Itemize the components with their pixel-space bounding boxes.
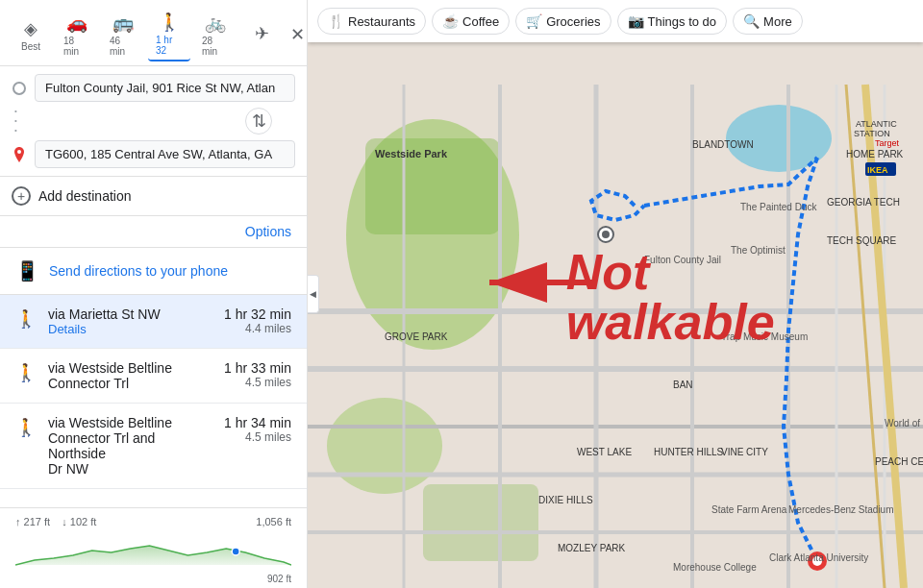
- svg-text:Fulton County Jail: Fulton County Jail: [644, 255, 721, 265]
- best-label: Best: [21, 41, 40, 52]
- filter-things[interactable]: 📷 Things to do: [617, 8, 728, 35]
- left-panel: ◈ Best 🚗 18 min 🚌 46 min 🚶 1 hr 32 🚲 28 …: [0, 0, 308, 588]
- transport-tab-car[interactable]: 🚗 18 min: [56, 9, 98, 61]
- transit-icon: 🚌: [112, 12, 134, 34]
- route-details-link-1[interactable]: Details: [48, 322, 212, 336]
- add-dest-icon: +: [12, 186, 31, 206]
- filter-restaurants[interactable]: 🍴 Restaurants: [317, 8, 426, 35]
- svg-point-2: [232, 548, 239, 555]
- route-distance-3: 4.5 miles: [224, 430, 291, 444]
- transit-time: 46 min: [110, 36, 137, 57]
- filter-coffee[interactable]: ☕ Coffee: [432, 8, 510, 35]
- more-search-icon: 🔍: [743, 13, 760, 29]
- restaurants-label: Restaurants: [348, 14, 415, 29]
- route-item-2[interactable]: 🚶 via Westside BeltlineConnector Trl 1 h…: [0, 349, 307, 404]
- route-item-1[interactable]: 🚶 via Marietta St NW Details 1 hr 32 min…: [0, 295, 307, 349]
- elevation-min: 902 ft: [15, 574, 291, 584]
- walk-time: 1 hr 32: [156, 35, 183, 56]
- svg-text:VINE CITY: VINE CITY: [721, 447, 768, 457]
- route-distance-1: 4.4 miles: [224, 322, 291, 335]
- best-icon: ◈: [24, 18, 37, 39]
- svg-text:HUNTER HILLS: HUNTER HILLS: [654, 447, 724, 457]
- origin-row: [12, 74, 295, 102]
- svg-text:The Painted Duck: The Painted Duck: [740, 202, 817, 212]
- send-phone-icon: 📱: [15, 259, 39, 282]
- route-meta-2: 1 hr 33 min 4.5 miles: [224, 360, 291, 389]
- things-icon: 📷: [628, 13, 644, 29]
- route-name-3: via Westside BeltlineConnector Trl and N…: [48, 415, 212, 477]
- plane-icon: ✈: [255, 23, 269, 44]
- car-icon: 🚗: [66, 12, 87, 34]
- swap-button[interactable]: ⇅: [245, 108, 272, 135]
- svg-point-6: [327, 398, 442, 494]
- transport-tab-bike[interactable]: 🚲 28 min: [194, 9, 237, 61]
- svg-text:Morehouse College: Morehouse College: [673, 562, 757, 573]
- restaurants-icon: 🍴: [328, 13, 344, 29]
- transport-tab-plane[interactable]: ✈: [240, 19, 283, 50]
- svg-text:HOME PARK: HOME PARK: [846, 149, 904, 159]
- add-destination[interactable]: + Add destination: [0, 177, 307, 216]
- send-phone-label: Send directions to your phone: [49, 263, 228, 279]
- transport-tab-walk[interactable]: 🚶 1 hr 32: [148, 8, 190, 61]
- map-area: 🍴 Restaurants ☕ Coffee 🛒 Groceries 📷 Thi…: [308, 0, 923, 588]
- walk-route-icon-3: 🚶: [15, 417, 37, 438]
- svg-point-24: [602, 231, 610, 238]
- route-inputs: ••• ⇅: [0, 66, 307, 177]
- destination-row: [12, 140, 295, 168]
- destination-input[interactable]: [35, 140, 295, 168]
- svg-text:TECH SQUARE: TECH SQUARE: [827, 235, 897, 246]
- transport-tab-transit[interactable]: 🚌 46 min: [102, 9, 144, 61]
- svg-text:WEST LAKE: WEST LAKE: [577, 447, 632, 457]
- close-button[interactable]: ✕: [287, 20, 309, 49]
- svg-text:Clark Atlanta University: Clark Atlanta University: [769, 552, 868, 563]
- svg-text:PEACH CENT...: PEACH CENT...: [875, 456, 923, 467]
- elevation-max: 1,056 ft: [256, 516, 291, 527]
- filter-groceries[interactable]: 🛒 Groceries: [515, 8, 611, 35]
- collapse-arrow-icon: ◀: [310, 289, 316, 299]
- route-distance-2: 4.5 miles: [224, 376, 291, 389]
- route-info-2: via Westside BeltlineConnector Trl: [48, 360, 212, 391]
- svg-text:MOZLEY PARK: MOZLEY PARK: [558, 543, 626, 553]
- walk-route-icon-2: 🚶: [15, 362, 37, 383]
- origin-dot-icon: [12, 81, 27, 96]
- walk-route-icon-1: 🚶: [15, 308, 37, 330]
- svg-text:STATION: STATION: [854, 129, 890, 138]
- route-duration-1: 1 hr 32 min: [224, 306, 291, 322]
- transport-tab-best[interactable]: ◈ Best: [10, 14, 52, 56]
- origin-input[interactable]: [35, 74, 295, 102]
- svg-text:DIXIE HILLS: DIXIE HILLS: [538, 495, 593, 505]
- car-time: 18 min: [63, 36, 90, 57]
- send-to-phone[interactable]: 📱 Send directions to your phone: [0, 248, 307, 295]
- things-label: Things to do: [648, 14, 717, 29]
- route-name-1: via Marietta St NW: [48, 306, 212, 322]
- destination-pin-icon: [12, 147, 27, 162]
- svg-text:GROVE PARK: GROVE PARK: [385, 331, 448, 342]
- svg-text:BAN: BAN: [673, 380, 693, 390]
- route-duration-3: 1 hr 34 min: [224, 415, 291, 430]
- walk-icon: 🚶: [159, 12, 180, 33]
- route-item-3[interactable]: 🚶 via Westside BeltlineConnector Trl and…: [0, 404, 307, 489]
- map-top-bar: 🍴 Restaurants ☕ Coffee 🛒 Groceries 📷 Thi…: [308, 0, 923, 42]
- svg-text:Trap Music Museum: Trap Music Museum: [721, 331, 808, 342]
- options-button[interactable]: Options: [245, 224, 291, 239]
- options-row: Options: [0, 216, 307, 248]
- elevation-bar: ↑ 217 ft ↓ 102 ft 1,056 ft 902 ft: [0, 507, 307, 588]
- svg-text:Westside Park: Westside Park: [375, 148, 448, 159]
- collapse-panel-button[interactable]: ◀: [308, 275, 319, 313]
- svg-text:IKEA: IKEA: [867, 165, 888, 175]
- groceries-label: Groceries: [546, 14, 600, 29]
- elevation-up: ↑ 217 ft: [15, 516, 50, 527]
- svg-point-0: [13, 83, 25, 94]
- filter-more[interactable]: 🔍 More: [733, 8, 803, 35]
- add-destination-label: Add destination: [38, 188, 132, 204]
- bike-time: 28 min: [202, 36, 229, 57]
- coffee-icon: ☕: [442, 13, 459, 29]
- dots-indicator: •••: [14, 108, 17, 135]
- route-meta-1: 1 hr 32 min 4.4 miles: [224, 306, 291, 335]
- elevation-stats: ↑ 217 ft ↓ 102 ft 1,056 ft: [15, 516, 291, 527]
- route-info-3: via Westside BeltlineConnector Trl and N…: [48, 415, 212, 477]
- svg-text:GEORGIA TECH: GEORGIA TECH: [827, 197, 900, 208]
- svg-text:State Farm Arena: State Farm Arena: [711, 504, 787, 515]
- elevation-down: ↓ 102 ft: [62, 516, 96, 527]
- groceries-icon: 🛒: [526, 13, 542, 29]
